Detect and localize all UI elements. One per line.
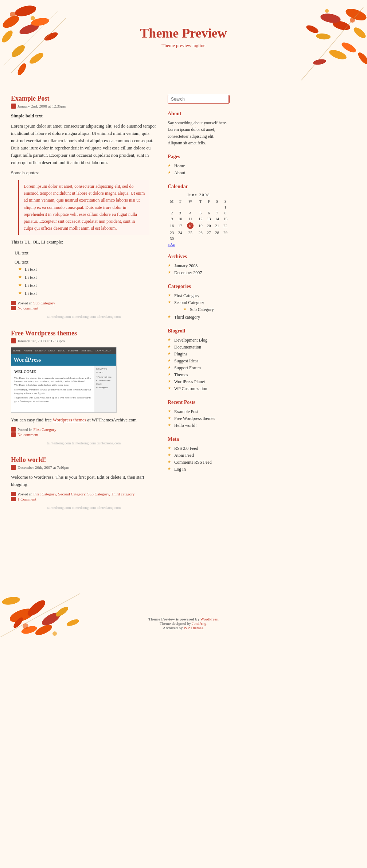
- recent-post-item[interactable]: Hello world!: [168, 422, 230, 429]
- cal-cell: 4: [184, 210, 196, 216]
- subcategory-item[interactable]: Sub Category: [183, 306, 230, 313]
- cal-cell: [221, 236, 230, 241]
- post-hello-world: Hello world! December 26th, 2007 at 7:46…: [11, 456, 157, 510]
- calendar-title: Calendar: [168, 184, 230, 190]
- cal-header: T: [196, 199, 205, 204]
- list-item: OL text: [15, 258, 157, 266]
- calendar-table: M T W T F S S: [168, 199, 230, 241]
- archive-item[interactable]: December 2007: [168, 269, 230, 276]
- cal-cell: [184, 236, 196, 241]
- search-box[interactable]: 🔍: [168, 95, 230, 104]
- blogroll-item[interactable]: Development Blog: [168, 337, 230, 344]
- svg-point-36: [23, 623, 28, 629]
- meta-item[interactable]: Atom Feed: [168, 452, 230, 459]
- meta-item[interactable]: Comments RSS Feed: [168, 459, 230, 466]
- cal-cell: 7: [213, 210, 221, 216]
- svg-point-33: [34, 623, 54, 637]
- cal-cell: 23: [168, 230, 176, 236]
- category-item-second[interactable]: Second Category Sub Category: [168, 299, 230, 314]
- category-item-first[interactable]: First Category: [168, 292, 230, 299]
- comment-icon: [11, 306, 16, 310]
- calendar-month: June 2008: [168, 192, 230, 197]
- cal-cell: [213, 204, 221, 210]
- footer-archive: Archived by WP Themes.: [163, 626, 204, 630]
- blockquote-example: Lorem ipsum dolor sit amet, consectetur …: [18, 180, 149, 235]
- site-footer: Theme Preview is powered by WordPress. T…: [0, 535, 367, 637]
- post-title-wp[interactable]: Free Wordpress themes: [11, 330, 157, 337]
- cal-cell: [176, 204, 184, 210]
- search-input[interactable]: [168, 95, 229, 103]
- comment-link[interactable]: No comment: [17, 306, 38, 310]
- archive-item[interactable]: January 2008: [168, 262, 230, 269]
- cal-cell: 15: [221, 216, 230, 222]
- designer-link[interactable]: Joni Ang: [192, 621, 206, 626]
- svg-point-30: [20, 625, 38, 635]
- cal-cell: 1: [221, 204, 230, 210]
- blogroll-item[interactable]: Themes: [168, 371, 230, 378]
- page-item-home[interactable]: Home: [168, 163, 230, 170]
- page-item-about[interactable]: About: [168, 170, 230, 176]
- svg-point-23: [313, 58, 327, 66]
- cal-cell: 3: [176, 210, 184, 216]
- wp-link[interactable]: Wordpress themes: [53, 417, 86, 423]
- category-link[interactable]: Sub Category: [33, 301, 55, 305]
- list-item: Li text: [18, 274, 157, 281]
- category-link[interactable]: First Category: [33, 427, 56, 432]
- header-inner: Theme Preview Theme preview tagline: [0, 26, 367, 48]
- svg-point-31: [54, 605, 70, 618]
- categories-list: First Category Second Category Sub Categ…: [168, 292, 230, 321]
- wp-navbar: HOME ABOUT EXTEND DOCS BLOG FORUMS HOSTI…: [11, 347, 116, 354]
- post-title-example[interactable]: Example Post: [11, 95, 157, 102]
- posted-in-line: Posted in First Category: [11, 427, 157, 432]
- category-link[interactable]: First Category, Second Category, Sub Cat…: [33, 492, 134, 496]
- cal-header: S: [221, 199, 230, 204]
- recent-post-item[interactable]: Example Post: [168, 408, 230, 415]
- category-item-third[interactable]: Third category: [168, 314, 230, 321]
- meta-item[interactable]: RSS 2.0 Feed: [168, 445, 230, 452]
- widget-recent-posts: Recent Posts Example Post Free Wordpress…: [168, 400, 230, 429]
- blogroll-title: Blogroll: [168, 328, 230, 334]
- blogroll-item[interactable]: Documentation: [168, 344, 230, 351]
- recent-post-item[interactable]: Free Wordpress themes: [168, 415, 230, 422]
- cal-prev[interactable]: « Jan: [168, 242, 175, 246]
- separator-1: taintedsong.com taintedsong.com tainteds…: [11, 315, 157, 319]
- meta-list: RSS 2.0 Feed Atom Feed Comments RSS Feed…: [168, 445, 230, 473]
- post-footer-hello: Posted in First Category, Second Categor…: [11, 492, 157, 501]
- cal-cell: 27: [205, 230, 213, 236]
- comment-icon: [11, 497, 16, 501]
- tag-icon: [11, 301, 16, 305]
- svg-point-32: [12, 616, 24, 630]
- cal-cell: 17: [176, 222, 184, 230]
- comment-line: No comment: [11, 432, 157, 437]
- search-button[interactable]: 🔍: [229, 95, 230, 103]
- meta-title: Meta: [168, 436, 230, 442]
- cal-cell: 13: [205, 216, 213, 222]
- svg-point-37: [52, 631, 57, 636]
- comment-link[interactable]: No comment: [17, 432, 38, 437]
- site-tagline: Theme preview tagline: [0, 43, 367, 48]
- cal-cell: 10: [176, 216, 184, 222]
- blogroll-item[interactable]: Suggest Ideas: [168, 358, 230, 365]
- calendar-nav: « Jan: [168, 242, 230, 246]
- widget-archives: Archives January 2008 December 2007: [168, 254, 230, 276]
- post-date-example: January 2nd, 2008 at 12:35pm: [11, 104, 157, 109]
- post-footer-wp: Posted in First Category No comment: [11, 427, 157, 437]
- blogroll-item[interactable]: Support Forum: [168, 365, 230, 371]
- cal-cell: 24: [176, 230, 184, 236]
- calendar-icon: [11, 338, 16, 343]
- cal-cell: 26: [196, 230, 205, 236]
- blogroll-item[interactable]: Plugins: [168, 351, 230, 358]
- meta-item[interactable]: Log in: [168, 466, 230, 473]
- widget-blogroll: Blogroll Development Blog Documentation …: [168, 328, 230, 392]
- post-content-hello: Welcome to WordPress. This is your first…: [11, 474, 157, 488]
- archiver-link[interactable]: WP Themes: [184, 626, 203, 630]
- site-title: Theme Preview: [0, 26, 367, 41]
- svg-point-24: [350, 17, 355, 23]
- comment-link[interactable]: 1 Comment: [17, 497, 36, 501]
- widget-pages: Pages Home About: [168, 154, 230, 176]
- blogroll-item[interactable]: WordPress Planet: [168, 378, 230, 385]
- wordpress-link[interactable]: WordPress: [200, 617, 218, 621]
- blogroll-item[interactable]: WP Customization: [168, 385, 230, 392]
- post-title-hello[interactable]: Hello world!: [11, 456, 157, 464]
- cal-header: T: [176, 199, 184, 204]
